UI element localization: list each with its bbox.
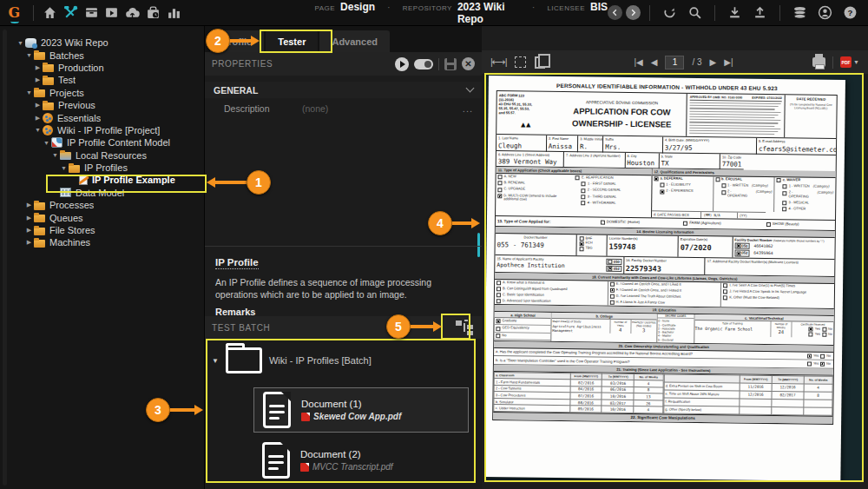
- next-page-icon[interactable]: ▶: [710, 57, 717, 67]
- tree-item[interactable]: ▶ Machines: [7, 236, 204, 248]
- section-14-licensing: 14. Bovine Licensing Information Docket …: [495, 227, 834, 259]
- expander-icon[interactable]: ▼: [16, 40, 25, 46]
- home-icon[interactable]: [39, 3, 60, 23]
- back-icon[interactable]: [608, 5, 622, 20]
- training-table-right: From (MM/YYYY) To (MM/YYYY) No. of Weeks…: [663, 373, 833, 416]
- document-icon: [262, 442, 290, 479]
- tree-item[interactable]: ▼ Projects: [7, 87, 204, 99]
- cloud-upload-icon[interactable]: [122, 3, 143, 23]
- repo-tree: ▼ 2023 Wiki Repo ▼ Batches ▶ Production: [7, 36, 204, 249]
- expander-icon[interactable]: ▶: [33, 102, 43, 109]
- expander-icon[interactable]: ▶: [24, 215, 34, 221]
- user-account-icon[interactable]: [814, 3, 836, 23]
- node-icon: [69, 165, 80, 173]
- tree-item[interactable]: ▼ Wiki - IP Profile [Project]: [7, 124, 204, 136]
- tree-item[interactable]: ▶ Production: [7, 62, 204, 74]
- expander-icon[interactable]: ▶: [33, 115, 43, 122]
- print-icon[interactable]: [812, 57, 825, 67]
- tree-item-label: File Stores: [49, 225, 95, 235]
- expander-icon[interactable]: ▼: [42, 140, 51, 146]
- expander-icon[interactable]: ▶: [24, 227, 34, 234]
- process-box-play-icon[interactable]: [102, 3, 122, 23]
- search-icon[interactable]: [684, 3, 706, 23]
- page-viewport[interactable]: PERSONALLY IDENTIFIABLE INFORMATION - WI…: [484, 73, 864, 482]
- expander-icon[interactable]: ▶: [33, 76, 43, 83]
- database-icon[interactable]: [789, 3, 811, 23]
- tree-item[interactable]: ▶ Test: [7, 74, 204, 86]
- tree-item[interactable]: ▶ Previous: [7, 99, 204, 111]
- tab-advanced[interactable]: Advanced: [319, 30, 390, 52]
- omb-fine-print: [689, 102, 782, 135]
- help-text: An IP Profile defines a sequence of imag…: [215, 276, 476, 301]
- repository-value[interactable]: 2023 Wiki Repo: [457, 1, 520, 25]
- batch-hierarchy-icon[interactable]: [456, 320, 475, 335]
- expander-icon[interactable]: ▼: [33, 127, 43, 133]
- page-value[interactable]: Design: [340, 1, 375, 13]
- last-page-icon[interactable]: ▶|: [724, 57, 733, 67]
- chevron-down-icon[interactable]: [466, 84, 475, 93]
- description-value[interactable]: (none): [302, 103, 328, 114]
- expander-icon[interactable]: ▼: [212, 357, 219, 365]
- tab-tester[interactable]: Tester: [266, 30, 318, 52]
- select-region-icon[interactable]: [515, 56, 526, 68]
- node-icon: [34, 240, 45, 248]
- tree-item[interactable]: ▼ IP Profile Content Model: [7, 136, 204, 149]
- save-icon[interactable]: [444, 58, 457, 70]
- node-icon: [34, 215, 45, 222]
- node-icon: [25, 38, 36, 48]
- tree-item[interactable]: ▼ IP Profiles: [7, 162, 204, 174]
- design-tools-icon[interactable]: [60, 3, 81, 23]
- tree-item[interactable]: ▼ Local Resources: [7, 149, 204, 162]
- thumbnails-icon[interactable]: [535, 56, 545, 69]
- jobs-bag-icon[interactable]: [143, 3, 164, 23]
- general-section-header[interactable]: GENERAL: [205, 82, 482, 98]
- help-title[interactable]: IP Profile: [215, 257, 259, 269]
- first-page-icon[interactable]: |◀: [634, 57, 642, 67]
- scanned-document-page[interactable]: PERSONALLY IDENTIFIABLE INFORMATION - WI…: [484, 76, 845, 481]
- stats-chart-icon[interactable]: [164, 3, 185, 23]
- apply-play-icon[interactable]: [395, 57, 409, 71]
- expander-icon[interactable]: ▼: [24, 89, 34, 96]
- import-download-icon[interactable]: [724, 3, 746, 23]
- tree-item[interactable]: ▶ Processes: [7, 199, 204, 211]
- tree-item[interactable]: ▶ Queues: [7, 211, 204, 223]
- tree-item[interactable]: ▼ Batches: [7, 49, 204, 61]
- refresh-icon[interactable]: [659, 3, 681, 23]
- preview-toggle[interactable]: [414, 59, 433, 69]
- expander-icon[interactable]: ▼: [50, 152, 60, 158]
- expander-icon[interactable]: ▼: [59, 165, 69, 171]
- previous-page-icon[interactable]: ◀: [651, 57, 658, 67]
- expander-icon[interactable]: ▶: [24, 202, 34, 208]
- help-icon[interactable]: ?: [839, 3, 861, 23]
- document-item-3[interactable]: [253, 485, 469, 489]
- tree-item-label: Previous: [58, 100, 95, 110]
- ellipsis-button[interactable]: ...: [463, 103, 473, 114]
- batch-folder-row[interactable]: ▼ Wiki - IP Profiles [Batch]: [212, 347, 372, 373]
- export-pdf-icon[interactable]: PDF▼: [840, 56, 859, 68]
- expander-icon[interactable]: ▶: [33, 64, 43, 71]
- close-icon[interactable]: ✕: [462, 57, 475, 70]
- document-item-1[interactable]: Document (1) Skewed Cow App.pdf: [253, 387, 469, 433]
- date-passed-mm: (MM) N/A: [701, 212, 738, 219]
- forward-icon[interactable]: [626, 5, 641, 20]
- divider: [649, 5, 650, 21]
- tree-item[interactable]: ▶ File Stores: [7, 224, 204, 236]
- callout-2: 2: [206, 29, 260, 53]
- batches-box-icon[interactable]: [81, 3, 102, 23]
- node-icon: [79, 175, 88, 185]
- expander-icon[interactable]: ▶: [24, 239, 34, 246]
- expander-icon[interactable]: ▼: [24, 52, 34, 58]
- description-property-row[interactable]: Description (none) ...: [205, 100, 482, 117]
- document-title: Document (2): [300, 449, 393, 459]
- document-item-2[interactable]: Document (2) MVCC Transcript.pdf: [253, 438, 469, 483]
- node-icon: [51, 137, 62, 148]
- page-number-input[interactable]: [665, 56, 684, 69]
- tree-item[interactable]: IP Profile Example: [7, 174, 204, 186]
- tree-item[interactable]: ▶ Essentials: [7, 111, 204, 123]
- tree-item[interactable]: ▼ 2023 Wiki Repo: [7, 36, 204, 49]
- tree-item[interactable]: Data Model: [7, 187, 204, 199]
- export-upload-icon[interactable]: [749, 3, 771, 23]
- document-filename: Skewed Cow App.pdf: [313, 412, 401, 421]
- general-label: GENERAL: [214, 85, 258, 96]
- fit-width-icon[interactable]: |⟷|: [490, 56, 506, 68]
